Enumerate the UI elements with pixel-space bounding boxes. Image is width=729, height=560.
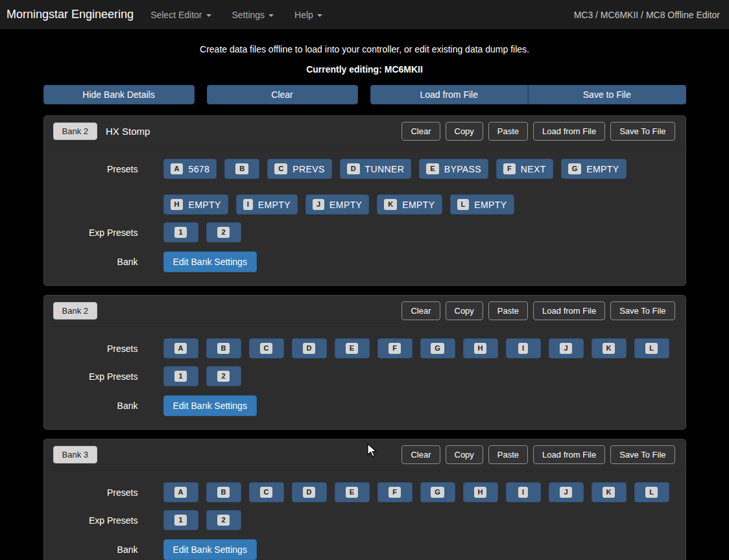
nav-menu-settings[interactable]: Settings [232,10,274,20]
bank-action-load-from-file-button[interactable]: Load from File [533,301,605,320]
exp-preset-buttons: 12 [163,222,241,242]
preset-key-badge: J [560,487,571,498]
preset-key-badge: C [260,487,273,498]
bank-action-copy-button[interactable]: Copy [446,445,483,464]
exp-preset-buttons: 12 [163,366,241,386]
preset-e-button[interactable]: EBYPASS [419,159,488,179]
bank-action-load-from-file-button[interactable]: Load from File [533,122,605,141]
preset-k-button[interactable]: KEMPTY [377,194,442,215]
preset-l-button[interactable]: L [634,338,669,358]
exp-preset-key-badge: 1 [174,515,186,526]
preset-key-badge: K [603,343,615,354]
preset-d-button[interactable]: DTUNNER [340,159,412,179]
preset-a-button[interactable]: A5678 [163,159,217,179]
preset-k-button[interactable]: K [592,482,627,502]
preset-a-button[interactable]: A [163,338,198,358]
preset-j-button[interactable]: JEMPTY [305,194,369,215]
preset-key-badge: I [518,487,528,498]
preset-h-button[interactable]: H [463,338,498,358]
nav-menu-select-editor[interactable]: Select Editor [150,10,211,20]
exp-preset-buttons: 12 [163,510,241,530]
preset-j-button[interactable]: J [549,338,584,358]
preset-buttons: ABCDEFGHIJKL [163,482,669,502]
bank-action-copy-button[interactable]: Copy [446,301,483,320]
preset-key-badge: H [474,343,487,354]
bank-badge[interactable]: Bank 2 [53,122,97,140]
preset-a-button[interactable]: A [163,482,198,502]
preset-b-button[interactable]: B [206,338,241,358]
preset-l-button[interactable]: L [634,482,669,502]
preset-b-button[interactable]: B [206,482,241,502]
save-to-file-button[interactable]: Save to File [528,85,686,104]
preset-f-button[interactable]: F [377,482,412,502]
bank-action-save-to-file-button[interactable]: Save To File [610,122,675,141]
bank-action-save-to-file-button[interactable]: Save To File [610,445,675,464]
clear-all-button[interactable]: Clear [207,85,358,104]
nav-menu-help[interactable]: Help [294,10,322,20]
exp-presets-label: Exp Presets [53,510,138,526]
nav-menu-label: Help [294,10,313,20]
bank-action-copy-button[interactable]: Copy [446,122,483,141]
app-brand: Morningstar Engineering [6,8,134,21]
preset-key-badge: G [431,487,444,498]
hide-bank-details-button[interactable]: Hide Bank Details [43,85,195,104]
preset-name: TUNNER [365,164,405,174]
preset-h-button[interactable]: HEMPTY [163,194,228,215]
preset-d-button[interactable]: D [292,482,327,502]
bank-action-clear-button[interactable]: Clear [401,122,440,141]
exp-preset-2-button[interactable]: 2 [206,510,241,530]
exp-preset-2-button[interactable]: 2 [206,366,241,386]
preset-g-button[interactable]: GEMPTY [561,159,627,179]
preset-k-button[interactable]: K [592,338,627,358]
preset-i-button[interactable]: I [506,338,541,358]
bank-action-paste-button[interactable]: Paste [488,301,528,320]
preset-e-button[interactable]: E [335,482,370,502]
bank-badge[interactable]: Bank 3 [53,446,97,463]
exp-preset-1-button[interactable]: 1 [163,366,198,386]
preset-e-button[interactable]: E [335,338,370,358]
preset-buttons: A5678BCPREVSDTUNNEREBYPASSFNEXTGEMPTYHEM… [163,159,676,215]
preset-c-button[interactable]: C [249,482,284,502]
preset-f-button[interactable]: FNEXT [496,159,553,179]
bank-action-clear-button[interactable]: Clear [401,301,440,320]
preset-i-button[interactable]: I [506,482,541,502]
bank-action-clear-button[interactable]: Clear [401,445,440,464]
bank-action-load-from-file-button[interactable]: Load from File [533,445,605,464]
preset-g-button[interactable]: G [420,338,455,358]
preset-key-badge: E [346,487,358,498]
preset-key-badge: A [171,163,184,174]
preset-c-button[interactable]: CPREVS [267,159,331,179]
exp-preset-1-button[interactable]: 1 [163,510,198,530]
currently-editing-label: Currently editing: MC6MKII [0,64,729,75]
load-from-file-button[interactable]: Load from File [370,85,529,104]
preset-g-button[interactable]: G [420,482,455,502]
edit-bank-settings-button[interactable]: Edit Bank Settings [163,395,257,416]
bank-badge[interactable]: Bank 2 [53,302,97,320]
edit-bank-settings-button[interactable]: Edit Bank Settings [163,251,257,272]
bank-panel-header: Bank 3 ClearCopyPasteLoad from FileSave … [44,439,686,470]
bank-name: HX Stomp [106,126,150,137]
preset-j-button[interactable]: J [549,482,584,502]
preset-b-button[interactable]: B [224,159,259,179]
preset-key-badge: J [560,343,571,354]
bank-panel-body: Presets A5678BCPREVSDTUNNEREBYPASSFNEXTG… [44,146,686,285]
file-button-group: Load from File Save to File [370,85,686,104]
exp-preset-1-button[interactable]: 1 [163,222,198,242]
preset-l-button[interactable]: LEMPTY [450,194,514,215]
exp-preset-2-button[interactable]: 2 [206,222,241,242]
edit-bank-settings-button[interactable]: Edit Bank Settings [163,539,257,560]
preset-c-button[interactable]: C [249,338,284,358]
bank-action-paste-button[interactable]: Paste [488,445,528,464]
preset-h-button[interactable]: H [463,482,498,502]
preset-f-button[interactable]: F [377,338,412,358]
preset-i-button[interactable]: IEMPTY [236,194,298,215]
preset-key-badge: L [457,199,470,210]
preset-key-badge: I [518,343,528,354]
bank-action-paste-button[interactable]: Paste [488,122,528,141]
preset-key-badge: I [243,199,253,210]
presets-label: Presets [53,159,138,174]
bank-panel: Bank 2 HX Stomp ClearCopyPasteLoad from … [43,115,686,286]
preset-key-badge: C [260,343,273,354]
bank-action-save-to-file-button[interactable]: Save To File [610,301,675,320]
preset-d-button[interactable]: D [292,338,327,358]
